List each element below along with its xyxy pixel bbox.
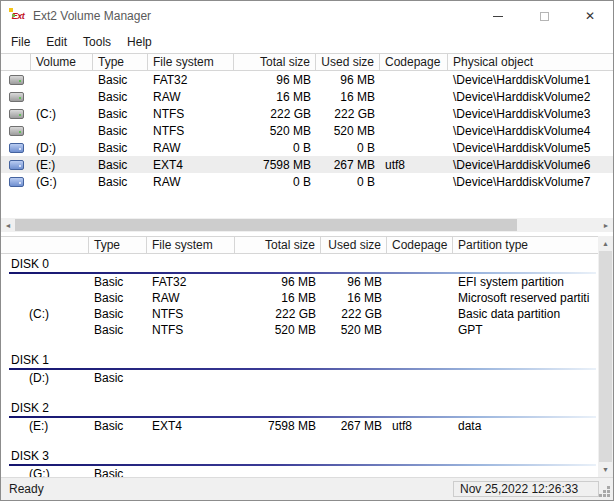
column-header-used-size[interactable]: Used size: [321, 237, 387, 253]
column-header-total-size[interactable]: Total size: [234, 54, 316, 70]
gray-drive-icon: [9, 109, 24, 119]
volumes-list: BasicFAT3296 MB96 MB\Device\HarddiskVolu…: [1, 71, 613, 190]
scroll-right-button[interactable]: ►: [599, 218, 613, 232]
column-header-physical-object[interactable]: Physical object: [448, 54, 613, 70]
volume-row[interactable]: (D:)BasicRAW0 B0 B\Device\HarddiskVolume…: [1, 139, 613, 156]
total-size-cell: 16 MB: [235, 290, 321, 306]
menu-item-file[interactable]: File: [3, 32, 38, 52]
vertical-scroll-track[interactable]: [598, 251, 613, 462]
partition-row[interactable]: (D:)Basic: [1, 370, 598, 386]
resize-grip[interactable]: [607, 494, 610, 497]
total-size-cell: 7598 MB: [235, 418, 321, 434]
column-header-type[interactable]: Type: [89, 237, 147, 253]
volume-row[interactable]: (G:)BasicRAW0 B0 B\Device\HarddiskVolume…: [1, 173, 613, 190]
partition-row[interactable]: (C:)BasicNTFS222 GB222 GBBasic data part…: [1, 306, 598, 322]
file-system-cell: FAT32: [148, 71, 234, 88]
volume-cell: (C:): [1, 306, 89, 322]
menu-item-help[interactable]: Help: [119, 32, 160, 52]
partition-row[interactable]: BasicFAT3296 MB96 MBEFI system partition: [1, 274, 598, 290]
disks-list: DISK 0BasicFAT3296 MB96 MBEFI system par…: [1, 254, 598, 477]
total-size-cell: 96 MB: [235, 274, 321, 290]
gray-drive-icon: [9, 92, 24, 102]
volume-cell: (D:): [31, 139, 93, 156]
used-size-cell: 16 MB: [316, 88, 380, 105]
column-header-codepage[interactable]: Codepage: [387, 237, 453, 253]
vertical-scrollbar[interactable]: ▲ ▼: [598, 236, 613, 477]
column-header-volume[interactable]: [1, 237, 89, 253]
file-system-cell: FAT32: [147, 274, 235, 290]
file-system-cell: RAW: [148, 173, 234, 190]
total-size-cell: [235, 370, 321, 386]
column-header-codepage[interactable]: Codepage: [380, 54, 448, 70]
total-size-cell: 16 MB: [234, 88, 316, 105]
blue-drive-icon: [9, 160, 24, 170]
column-header-used-size[interactable]: Used size: [316, 54, 380, 70]
type-cell: Basic: [89, 306, 147, 322]
scroll-right-icon: ►: [603, 222, 610, 229]
horizontal-scroll-thumb[interactable]: [15, 219, 517, 231]
used-size-cell: 267 MB: [316, 156, 380, 173]
column-header-total-size[interactable]: Total size: [235, 237, 321, 253]
total-size-cell: 0 B: [234, 139, 316, 156]
partition-row[interactable]: BasicRAW16 MB16 MBMicrosoft reserved par…: [1, 290, 598, 306]
scroll-left-button[interactable]: ◄: [1, 218, 15, 232]
volume-icon-cell: [1, 173, 31, 190]
volume-row[interactable]: (C:)BasicNTFS222 GB222 GB\Device\Harddis…: [1, 105, 613, 122]
volume-cell: (G:): [31, 173, 93, 190]
codepage-cell: [387, 306, 453, 322]
title-bar[interactable]: Ext Ext2 Volume Manager ✕: [1, 1, 613, 31]
horizontal-scrollbar[interactable]: ◄ ►: [1, 218, 613, 232]
disk-group-title: DISK 1: [1, 353, 598, 368]
codepage-cell: [380, 88, 448, 105]
menu-item-tools[interactable]: Tools: [75, 32, 119, 52]
volume-icon-cell: [1, 105, 31, 122]
maximize-button[interactable]: [521, 1, 567, 31]
volume-cell: (E:): [31, 156, 93, 173]
partition-row[interactable]: BasicNTFS520 MB520 MBGPT: [1, 322, 598, 338]
volume-row[interactable]: BasicNTFS520 MB520 MB\Device\HarddiskVol…: [1, 122, 613, 139]
app-icon-label: Ext: [12, 11, 25, 21]
disk-group: DISK 1(D:)Basic: [1, 353, 598, 386]
volume-icon-cell: [1, 156, 31, 173]
window-controls: ✕: [475, 1, 613, 31]
column-header-type[interactable]: Type: [93, 54, 148, 70]
volume-icon-cell: [1, 139, 31, 156]
scroll-up-icon: ▲: [602, 240, 609, 247]
file-system-cell: NTFS: [148, 105, 234, 122]
close-button[interactable]: ✕: [567, 1, 613, 31]
column-header-partition-type[interactable]: Partition type: [453, 237, 613, 253]
minimize-button[interactable]: [475, 1, 521, 31]
volume-row[interactable]: (E:)BasicEXT47598 MB267 MButf8\Device\Ha…: [1, 156, 613, 173]
column-header-icon[interactable]: [1, 54, 31, 70]
volume-icon-cell: [1, 88, 31, 105]
horizontal-scroll-track[interactable]: [15, 218, 599, 232]
column-header-file-system[interactable]: File system: [148, 54, 234, 70]
physical-object-cell: \Device\HarddiskVolume3: [448, 105, 613, 122]
used-size-cell: 96 MB: [316, 71, 380, 88]
vertical-scroll-thumb[interactable]: [599, 251, 612, 462]
menu-item-edit[interactable]: Edit: [38, 32, 75, 52]
volume-cell: (E:): [1, 418, 89, 434]
used-size-cell: 222 GB: [321, 306, 387, 322]
type-cell: Basic: [93, 139, 148, 156]
scroll-up-button[interactable]: ▲: [598, 236, 613, 251]
minimize-icon: [493, 16, 503, 17]
type-cell: Basic: [93, 105, 148, 122]
used-size-cell: 222 GB: [316, 105, 380, 122]
scroll-down-button[interactable]: ▼: [598, 462, 613, 477]
type-cell: Basic: [93, 173, 148, 190]
column-header-file-system[interactable]: File system: [147, 237, 235, 253]
partition-row[interactable]: (G:)Basic: [1, 466, 598, 477]
volume-cell: [1, 290, 89, 306]
partition-type-cell: EFI system partition: [453, 274, 598, 290]
partition-type-cell: Microsoft reserved partiti: [453, 290, 598, 306]
column-header-volume[interactable]: Volume: [31, 54, 93, 70]
volume-row[interactable]: BasicFAT3296 MB96 MB\Device\HarddiskVolu…: [1, 71, 613, 88]
type-cell: Basic: [89, 370, 147, 386]
volume-cell: [31, 71, 93, 88]
partition-row[interactable]: (E:)BasicEXT47598 MB267 MButf8data: [1, 418, 598, 434]
volume-row[interactable]: BasicRAW16 MB16 MB\Device\HarddiskVolume…: [1, 88, 613, 105]
file-system-cell: [147, 466, 235, 477]
codepage-cell: [387, 290, 453, 306]
total-size-cell: 520 MB: [235, 322, 321, 338]
